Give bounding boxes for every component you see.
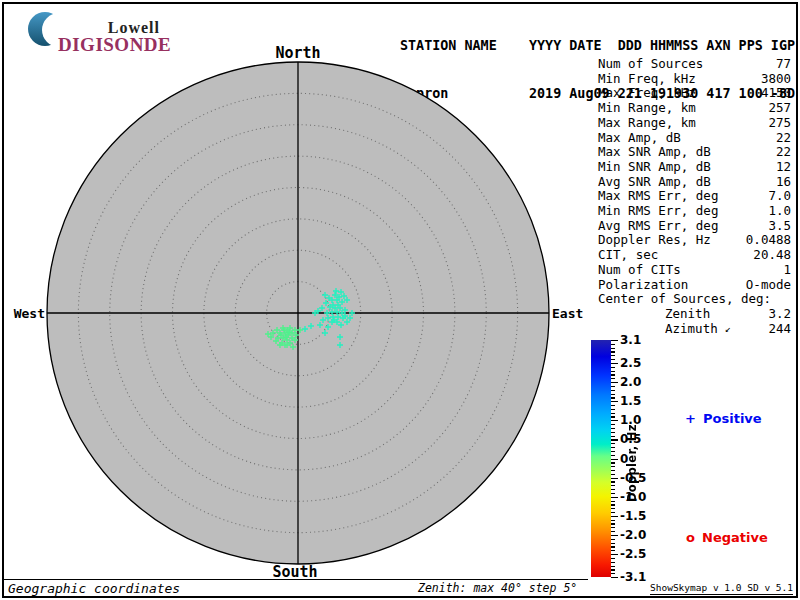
- colorbar-tick: [611, 550, 615, 551]
- stat-label: Num of Sources: [598, 57, 703, 72]
- colorbar-tick-label: -2.5: [620, 547, 646, 561]
- colorbar-tick: [611, 359, 615, 360]
- stat-label: Max Amp, dB: [598, 131, 681, 146]
- colorbar-tick: [611, 527, 615, 528]
- stat-value: O-mode: [746, 278, 791, 293]
- colorbar-tick: [611, 501, 615, 502]
- plot-bottom-divider: [4, 579, 588, 580]
- colorbar-tick: [611, 504, 615, 505]
- stat-label: Doppler Res, Hz: [598, 233, 711, 248]
- stat-value: 12: [776, 160, 791, 175]
- colorbar-tick-label: -1.5: [620, 509, 646, 523]
- stat-row: Doppler Res, Hz0.0488: [598, 233, 791, 248]
- colorbar-tick: [611, 382, 618, 383]
- stat-row: Zenith3.2: [598, 307, 791, 322]
- colorbar-tick-label: -2.0: [620, 528, 646, 542]
- stat-value: 20.48: [753, 248, 791, 263]
- colorbar-tick: [611, 351, 615, 352]
- colorbar-tick: [611, 516, 618, 517]
- colorbar-tick: [611, 344, 615, 345]
- colorbar-tick: [611, 512, 615, 513]
- colorbar-tick: [611, 535, 618, 536]
- colorbar-tick: [611, 543, 615, 544]
- colorbar-tick: [611, 577, 618, 578]
- cardinal-label-west: West: [0, 306, 45, 321]
- colorbar-tick-label: 2.5: [620, 356, 641, 370]
- stat-row: Avg SNR Amp, dB16: [598, 175, 791, 190]
- azimuth-direction-arrow-icon: ↙: [725, 322, 731, 337]
- colorbar-tick: [611, 466, 615, 467]
- colorbar-tick: [611, 470, 615, 471]
- colorbar-tick: [611, 531, 615, 532]
- cardinal-label-north: North: [0, 44, 596, 62]
- showskymap-window: Lowell DIGISONDE STATION NAME YYYY DATE …: [0, 0, 800, 600]
- colorbar-tick: [611, 462, 615, 463]
- stat-value: 0.0488: [746, 233, 791, 248]
- colorbar-tick: [611, 520, 615, 521]
- stat-value: 7.0: [768, 189, 791, 204]
- colorbar-tick: [611, 355, 615, 356]
- stat-row: Max Range, km275: [598, 116, 791, 131]
- colorbar-tick-label: 3.1: [620, 333, 641, 347]
- colorbar-tick: [611, 497, 618, 498]
- stat-value: 3.5: [768, 219, 791, 234]
- stat-value: 3800: [761, 72, 791, 87]
- stat-label: CIT, sec: [598, 248, 658, 263]
- stat-value: 16: [776, 175, 791, 190]
- colorbar-tick: [611, 367, 615, 368]
- colorbar-tick: [611, 554, 618, 555]
- colorbar-tick: [611, 478, 618, 479]
- colorbar-tick: [611, 569, 615, 570]
- colorbar-tick: [611, 405, 615, 406]
- stat-label: Max Range, km: [598, 116, 696, 131]
- colorbar-tick-label: 1.5: [620, 394, 641, 408]
- colorbar-tick: [611, 374, 615, 375]
- stat-row: Num of Sources77: [598, 57, 791, 72]
- stat-label: Avg SNR Amp, dB: [598, 175, 711, 190]
- colorbar-tick: [611, 390, 615, 391]
- stat-row: Max Freq, kHz4150: [598, 86, 791, 101]
- colorbar-tick: [611, 493, 615, 494]
- stat-row: Min RMS Err, deg1.0: [598, 204, 791, 219]
- colorbar-tick: [611, 424, 615, 425]
- stat-value: 257: [768, 101, 791, 116]
- stat-label: Min Freq, kHz: [598, 72, 696, 87]
- stat-value: 4150: [761, 86, 791, 101]
- colorbar-tick: [611, 348, 615, 349]
- program-version-label: ShowSkymap v 1.0 SD v 5.1: [650, 582, 793, 595]
- measurement-stats-panel: Num of Sources77Min Freq, kHz3800Max Fre…: [598, 57, 791, 336]
- legend-positive: +Positive: [667, 396, 762, 441]
- stat-value: 1: [783, 263, 791, 278]
- colorbar-tick: [611, 489, 615, 490]
- colorbar-tick: [611, 432, 615, 433]
- colorbar-tick: [611, 363, 618, 364]
- stat-row: Min Range, km257: [598, 101, 791, 116]
- colorbar-tick: [611, 401, 618, 402]
- colorbar-tick: [611, 416, 615, 417]
- stat-label: Num of CITs: [598, 263, 681, 278]
- colorbar-tick: [611, 397, 615, 398]
- stat-row: Max RMS Err, deg7.0: [598, 189, 791, 204]
- colorbar-tick: [611, 394, 615, 395]
- stat-value: 244: [768, 322, 791, 337]
- stat-label: Min RMS Err, deg: [598, 204, 718, 219]
- colorbar-tick: [611, 451, 615, 452]
- stat-label: Avg RMS Err, deg: [598, 219, 718, 234]
- colorbar-tick: [611, 566, 615, 567]
- colorbar-tick-label: 2.0: [620, 375, 641, 389]
- colorbar-tick: [611, 455, 615, 456]
- stat-label: Min SNR Amp, dB: [598, 160, 711, 175]
- doppler-colorbar: [591, 340, 611, 577]
- colorbar-tick: [611, 546, 615, 547]
- colorbar-tick: [611, 428, 615, 429]
- stat-label: Center of Sources, deg:: [598, 292, 771, 307]
- colorbar-tick: [611, 481, 615, 482]
- colorbar-tick: [611, 371, 615, 372]
- colorbar-tick: [611, 539, 615, 540]
- stat-value: 3.2: [768, 307, 791, 322]
- stat-label: Max RMS Err, deg: [598, 189, 718, 204]
- colorbar-tick: [611, 386, 615, 387]
- stat-value: 22: [776, 131, 791, 146]
- colorbar-tick: [611, 562, 615, 563]
- stat-label: Min Range, km: [598, 101, 696, 116]
